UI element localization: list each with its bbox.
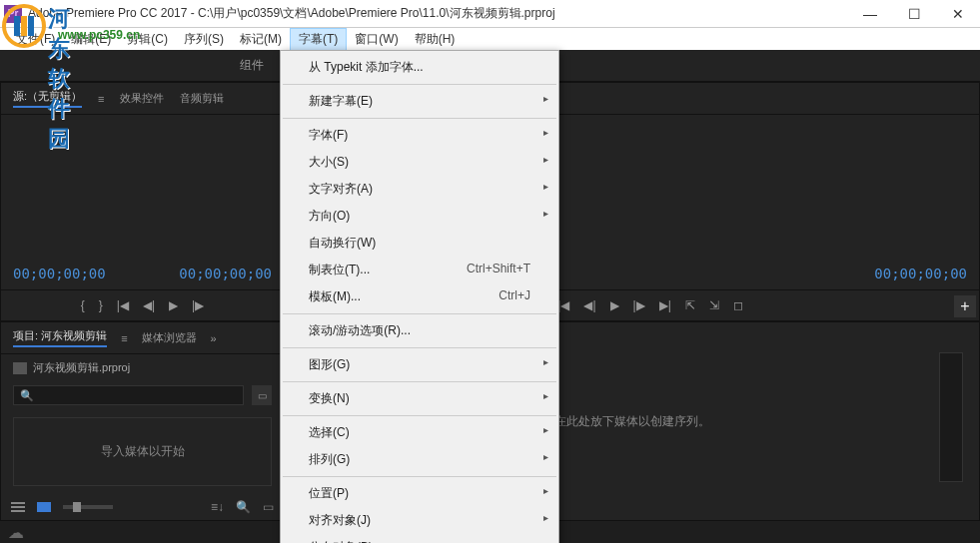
window-title: Adobe Premiere Pro CC 2017 - C:\用户\pc035…: [28, 5, 555, 22]
menu-separator: [283, 381, 556, 382]
close-button[interactable]: ✕: [936, 0, 980, 28]
source-panel: 源:（无剪辑） ≡ 效果控件 音频剪辑 00;00;00;00 00;00;00…: [0, 82, 285, 321]
menu-item[interactable]: 从 Typekit 添加字体...: [281, 54, 558, 81]
project-filename: 河东视频剪辑.prproj: [33, 360, 130, 375]
icon-view-button[interactable]: [37, 502, 51, 512]
menu-标记m[interactable]: 标记(M): [232, 29, 290, 50]
mark-out-icon[interactable]: }: [99, 298, 103, 312]
bin-icon: [13, 362, 27, 374]
menu-item[interactable]: 方向(O): [281, 203, 558, 230]
source-tab[interactable]: 源:（无剪辑）: [13, 89, 82, 108]
menu-剪辑c[interactable]: 剪辑(C): [119, 29, 176, 50]
source-transport: { } |◀ ◀| ▶ |▶: [1, 289, 284, 320]
menu-字幕t[interactable]: 字幕(T): [290, 28, 347, 51]
play-icon[interactable]: ▶: [169, 298, 178, 312]
menubar: 文件(F)编辑(E)剪辑(C)序列(S)标记(M)字幕(T)窗口(W)帮助(H): [0, 28, 980, 50]
step-back-icon[interactable]: ◀|: [583, 298, 595, 312]
workspace-tab-assembly[interactable]: 组件: [240, 57, 264, 74]
menu-separator: [283, 347, 556, 348]
step-back-icon[interactable]: ◀|: [143, 298, 155, 312]
go-to-in-icon[interactable]: |◀: [117, 298, 129, 312]
menu-item[interactable]: 模板(M)...Ctrl+J: [281, 283, 558, 310]
panel-menu-icon[interactable]: ≡: [98, 93, 104, 105]
mark-in-icon[interactable]: {: [81, 298, 85, 312]
go-to-in-icon[interactable]: |◀: [557, 298, 569, 312]
play-icon[interactable]: ▶: [610, 298, 619, 312]
menu-item[interactable]: 文字对齐(A): [281, 176, 558, 203]
menu-item[interactable]: 对齐对象(J): [281, 507, 558, 534]
lift-icon[interactable]: ⇱: [685, 298, 695, 312]
list-view-button[interactable]: [11, 502, 25, 512]
project-tab[interactable]: 项目: 河东视频剪辑: [13, 328, 107, 347]
button-editor-plus[interactable]: +: [954, 295, 976, 317]
step-forward-icon[interactable]: |▶: [192, 298, 204, 312]
menu-item[interactable]: 新建字幕(E): [281, 88, 558, 115]
media-browser-tab[interactable]: 媒体浏览器: [142, 330, 197, 345]
import-drop-area[interactable]: 导入媒体以开始: [13, 417, 272, 486]
menu-窗口w[interactable]: 窗口(W): [347, 29, 406, 50]
menu-item[interactable]: 变换(N): [281, 385, 558, 412]
go-to-out-icon[interactable]: ▶|: [659, 298, 671, 312]
new-bin-icon[interactable]: ▭: [263, 500, 274, 514]
overflow-icon[interactable]: »: [211, 332, 217, 344]
menu-item[interactable]: 图形(G): [281, 351, 558, 378]
menu-item[interactable]: 位置(P): [281, 480, 558, 507]
extract-icon[interactable]: ⇲: [709, 298, 719, 312]
menu-item[interactable]: 分布对象(B): [281, 534, 558, 543]
menu-separator: [283, 476, 556, 477]
menu-item[interactable]: 滚动/游动选项(R)...: [281, 317, 558, 344]
export-frame-icon[interactable]: ◻: [733, 298, 743, 312]
source-timecode-right: 00;00;00;00: [179, 266, 272, 281]
program-timecode-right: 00;00;00;00: [874, 266, 967, 281]
timeline-drop-text: 在此处放下媒体以创建序列。: [554, 413, 710, 430]
menu-item[interactable]: 排列(G): [281, 446, 558, 473]
minimize-button[interactable]: —: [848, 0, 892, 28]
cloud-sync-icon[interactable]: ☁: [8, 523, 24, 542]
menu-帮助h[interactable]: 帮助(H): [407, 29, 464, 50]
menu-文件f[interactable]: 文件(F): [8, 29, 63, 50]
find-icon[interactable]: 🔍: [236, 500, 251, 514]
menu-编辑e[interactable]: 编辑(E): [63, 29, 119, 50]
app-icon: Pr: [4, 5, 22, 23]
menu-item[interactable]: 大小(S): [281, 149, 558, 176]
menu-separator: [283, 84, 556, 85]
project-panel: 项目: 河东视频剪辑 ≡ 媒体浏览器 » 河东视频剪辑.prproj 🔍 ▭ 导…: [0, 321, 285, 521]
audio-clip-tab[interactable]: 音频剪辑: [180, 91, 224, 106]
new-item-button[interactable]: ▭: [252, 385, 272, 405]
zoom-slider[interactable]: [63, 505, 113, 509]
menu-序列s[interactable]: 序列(S): [176, 29, 232, 50]
menu-item[interactable]: 选择(C): [281, 419, 558, 446]
search-input[interactable]: 🔍: [13, 385, 244, 405]
menu-separator: [283, 313, 556, 314]
maximize-button[interactable]: ☐: [892, 0, 936, 28]
menu-item[interactable]: 自动换行(W): [281, 230, 558, 257]
source-timecode-left[interactable]: 00;00;00;00: [13, 266, 106, 281]
menu-separator: [283, 118, 556, 119]
step-forward-icon[interactable]: |▶: [633, 298, 645, 312]
sort-icon[interactable]: ≡↓: [211, 500, 224, 514]
titles-dropdown-menu: 从 Typekit 添加字体...新建字幕(E)字体(F)大小(S)文字对齐(A…: [280, 50, 559, 543]
effect-controls-tab[interactable]: 效果控件: [120, 91, 164, 106]
panel-menu-icon[interactable]: ≡: [121, 332, 127, 344]
menu-separator: [283, 415, 556, 416]
titlebar: Pr Adobe Premiere Pro CC 2017 - C:\用户\pc…: [0, 0, 980, 28]
menu-item[interactable]: 字体(F): [281, 122, 558, 149]
menu-item[interactable]: 制表位(T)...Ctrl+Shift+T: [281, 257, 558, 283]
audio-meters: [939, 352, 963, 482]
